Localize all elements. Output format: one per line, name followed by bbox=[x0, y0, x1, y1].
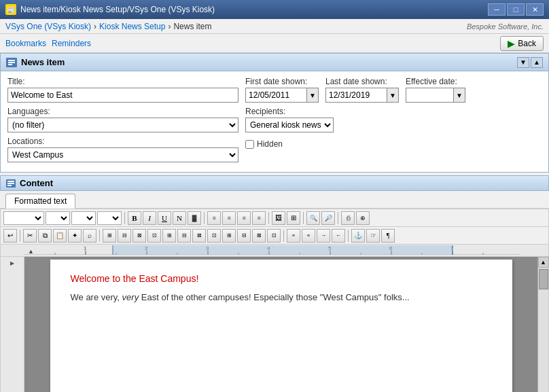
first-date-group: First date shown: ▼ bbox=[245, 77, 319, 103]
t1[interactable]: ⊞ bbox=[103, 229, 116, 243]
find-button[interactable]: ⌕ bbox=[83, 229, 96, 243]
form-row-1: Title: First date shown: ▼ Last date sho… bbox=[7, 77, 542, 103]
editor-canvas[interactable]: Welcome to the East Campus! We are very,… bbox=[24, 257, 537, 392]
sep6 bbox=[20, 230, 20, 242]
title-group: Title: bbox=[7, 77, 238, 103]
t5[interactable]: ⊞ bbox=[162, 229, 176, 243]
locations-label: Locations: bbox=[7, 137, 238, 146]
size-select[interactable] bbox=[46, 211, 70, 225]
list-ul[interactable]: ≡ bbox=[302, 229, 315, 243]
scroll-up-arrow[interactable]: ▲ bbox=[538, 257, 549, 268]
tab-bar: Formatted text bbox=[0, 191, 549, 209]
last-date-label: Last date shown: bbox=[325, 77, 399, 86]
last-date-picker[interactable]: ▼ bbox=[387, 88, 399, 103]
copy-button[interactable]: ⧉ bbox=[38, 229, 52, 243]
table-insert-button[interactable]: ⊞ bbox=[287, 211, 300, 225]
section-collapse-button[interactable]: ▼ bbox=[517, 57, 529, 68]
page-line-2-part2: East of the other campuses! Especially t… bbox=[139, 292, 409, 302]
bookmarks-link[interactable]: Bookmarks bbox=[5, 39, 46, 48]
color-select[interactable] bbox=[97, 211, 122, 225]
locations-select[interactable]: West Campus bbox=[7, 147, 238, 162]
special-paste-button[interactable]: ✦ bbox=[68, 229, 82, 243]
align-left-button[interactable]: ≡ bbox=[207, 211, 221, 225]
languages-select[interactable]: (no filter) bbox=[7, 118, 238, 132]
reminders-link[interactable]: Reminders bbox=[52, 39, 91, 48]
vertical-scrollbar[interactable]: ▲ bbox=[537, 257, 548, 392]
back-button[interactable]: ▶ Back bbox=[500, 36, 544, 51]
cut-button[interactable]: ✂ bbox=[23, 229, 37, 243]
paste-button[interactable]: 📋 bbox=[53, 229, 67, 243]
effective-date-input[interactable] bbox=[406, 88, 453, 103]
highlight-button[interactable]: ▓ bbox=[188, 211, 201, 225]
list-ol[interactable]: ≡ bbox=[287, 229, 300, 243]
close-button[interactable]: ✕ bbox=[526, 3, 544, 16]
zoom-out-button[interactable]: 🔎 bbox=[321, 211, 335, 225]
recipients-select[interactable]: General kiosk news bbox=[245, 118, 334, 132]
t9[interactable]: ⊞ bbox=[222, 229, 236, 243]
section-expand-button[interactable]: ▲ bbox=[531, 57, 543, 68]
first-date-picker[interactable]: ▼ bbox=[306, 88, 319, 103]
back-icon: ▶ bbox=[508, 38, 515, 49]
sep9 bbox=[348, 230, 349, 242]
t7[interactable]: ⊠ bbox=[192, 229, 206, 243]
indent-out[interactable]: ← bbox=[332, 229, 345, 243]
formatted-text-tab[interactable]: Formatted text bbox=[5, 194, 75, 209]
underline-button[interactable]: U bbox=[158, 211, 171, 225]
sep8 bbox=[283, 230, 284, 242]
last-date-input[interactable] bbox=[325, 88, 387, 103]
back-label: Back bbox=[518, 39, 536, 48]
hidden-label: Hidden bbox=[257, 139, 283, 149]
style-select[interactable] bbox=[71, 211, 96, 225]
page-line-2-italic: very bbox=[122, 292, 139, 302]
effective-date-picker[interactable]: ▼ bbox=[453, 88, 465, 103]
toolbar-bar: Bookmarks Reminders ▶ Back bbox=[0, 34, 549, 53]
horizontal-ruler: ▲ 1 2 3 4 5 6 7 bbox=[1, 245, 548, 257]
t6[interactable]: ⊟ bbox=[177, 229, 191, 243]
minimize-button[interactable]: ─ bbox=[488, 3, 506, 16]
maximize-button[interactable]: □ bbox=[507, 3, 525, 16]
breadcrumb-vsys[interactable]: VSys One (VSys Kiosk) bbox=[5, 22, 91, 31]
t8[interactable]: ⊡ bbox=[207, 229, 221, 243]
strike-button[interactable]: N bbox=[173, 211, 186, 225]
recipients-label: Recipients: bbox=[245, 107, 334, 116]
anchor-button[interactable]: ⚓ bbox=[351, 229, 365, 243]
t3[interactable]: ⊠ bbox=[132, 229, 146, 243]
left-ruler: ▶ bbox=[1, 257, 24, 392]
svg-rect-3 bbox=[7, 181, 14, 182]
form-row-2: Languages: (no filter) Recipients: Gener… bbox=[7, 107, 542, 132]
image-button[interactable]: 🖼 bbox=[272, 211, 285, 225]
sep7 bbox=[99, 230, 100, 242]
svg-rect-2 bbox=[8, 64, 12, 65]
app-icon: 📰 bbox=[5, 4, 16, 15]
t12[interactable]: ⊡ bbox=[267, 229, 281, 243]
t11[interactable]: ⊠ bbox=[252, 229, 266, 243]
font-select[interactable] bbox=[3, 211, 44, 225]
print-button[interactable]: ⎙ bbox=[341, 211, 355, 225]
indent-in[interactable]: → bbox=[317, 229, 330, 243]
extra-button[interactable]: ⊕ bbox=[356, 211, 370, 225]
bespoke-logo: Bespoke Software, Inc. bbox=[467, 22, 544, 31]
align-justify-button[interactable]: ≡ bbox=[252, 211, 266, 225]
cursor-button[interactable]: ☞ bbox=[366, 229, 380, 243]
t10[interactable]: ⊟ bbox=[237, 229, 251, 243]
hidden-checkbox[interactable] bbox=[245, 140, 254, 149]
italic-button[interactable]: I bbox=[143, 211, 156, 225]
align-center-button[interactable]: ≡ bbox=[222, 211, 236, 225]
paragraph-mark[interactable]: ¶ bbox=[381, 229, 395, 243]
editor-toolbar-2: ↩ ✂ ⧉ 📋 ✦ ⌕ ⊞ ⊟ ⊠ ⊡ ⊞ ⊟ ⊠ ⊡ ⊞ ⊟ ⊠ ⊡ ≡ ≡ … bbox=[1, 227, 548, 245]
breadcrumb-kiosk[interactable]: Kiosk News Setup bbox=[99, 22, 165, 31]
breadcrumb: VSys One (VSys Kiosk) › Kiosk News Setup… bbox=[5, 22, 211, 31]
svg-text:1: 1 bbox=[84, 245, 87, 251]
align-right-button[interactable]: ≡ bbox=[237, 211, 251, 225]
scroll-thumb[interactable] bbox=[539, 269, 548, 289]
undo-button[interactable]: ↩ bbox=[3, 229, 17, 243]
zoom-in-button[interactable]: 🔍 bbox=[306, 211, 320, 225]
bold-button[interactable]: B bbox=[128, 211, 141, 225]
t4[interactable]: ⊡ bbox=[147, 229, 161, 243]
document-page: Welcome to the East Campus! We are very,… bbox=[50, 260, 512, 392]
first-date-input[interactable] bbox=[245, 88, 306, 103]
t2[interactable]: ⊟ bbox=[118, 229, 131, 243]
content-section-icon bbox=[6, 179, 16, 188]
title-input[interactable] bbox=[7, 88, 238, 103]
effective-date-label: Effective date: bbox=[406, 77, 465, 86]
